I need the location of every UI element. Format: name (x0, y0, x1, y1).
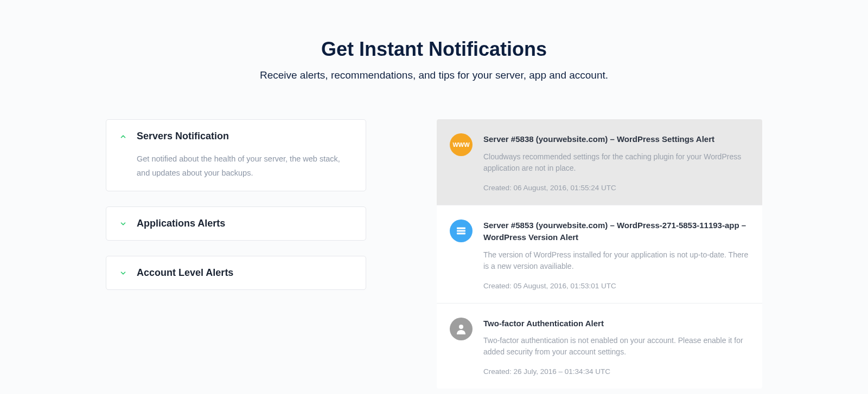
notification-title: Two-factor Authentication Alert (483, 318, 749, 330)
notification-description: Two-factor authentication is not enabled… (483, 335, 749, 358)
chevron-down-icon (119, 220, 127, 228)
person-icon (450, 318, 473, 340)
accordion-header-applications[interactable]: Applications Alerts (119, 218, 353, 229)
notification-title: Server #5853 (yourwebsite.com) – WordPre… (483, 219, 749, 244)
accordion-item-account: Account Level Alerts (106, 256, 366, 290)
content-area: Servers Notification Get notified about … (0, 119, 868, 389)
notification-content: Server #5838 (yourwebsite.com) – WordPre… (483, 133, 749, 192)
accordion-header-servers[interactable]: Servers Notification (119, 131, 353, 142)
svg-point-3 (459, 325, 463, 329)
notification-date: Created: 06 August, 2016, 01:55:24 UTC (483, 184, 749, 192)
accordion-column: Servers Notification Get notified about … (106, 119, 366, 389)
page-header: Get Instant Notifications Receive alerts… (0, 38, 868, 81)
chevron-up-icon (119, 133, 127, 140)
accordion-body: Get notified about the health of your se… (119, 152, 353, 180)
notification-description: The version of WordPress installed for y… (483, 249, 749, 272)
www-icon: WWW (450, 133, 473, 156)
page-title: Get Instant Notifications (0, 38, 868, 61)
accordion-item-applications: Applications Alerts (106, 206, 366, 241)
accordion-title: Account Level Alerts (137, 267, 233, 279)
chevron-down-icon (119, 269, 127, 277)
notification-content: Two-factor Authentication Alert Two-fact… (483, 318, 749, 376)
svg-rect-1 (457, 230, 465, 231)
notification-item[interactable]: Server #5853 (yourwebsite.com) – WordPre… (437, 205, 762, 303)
notification-item[interactable]: Two-factor Authentication Alert Two-fact… (437, 303, 762, 389)
accordion-title: Servers Notification (137, 131, 229, 142)
notifications-column: WWW Server #5838 (yourwebsite.com) – Wor… (437, 119, 762, 389)
notification-date: Created: 05 August, 2016, 01:53:01 UTC (483, 282, 749, 290)
accordion-title: Applications Alerts (137, 218, 225, 229)
notification-item[interactable]: WWW Server #5838 (yourwebsite.com) – Wor… (437, 119, 762, 205)
notification-description: Cloudways recommended settings for the c… (483, 151, 749, 174)
notification-date: Created: 26 July, 2016 – 01:34:34 UTC (483, 367, 749, 376)
server-icon (450, 219, 473, 242)
page-subtitle: Receive alerts, recommendations, and tip… (0, 69, 868, 81)
accordion-item-servers: Servers Notification Get notified about … (106, 119, 366, 191)
svg-rect-0 (457, 227, 465, 229)
notification-content: Server #5853 (yourwebsite.com) – WordPre… (483, 219, 749, 290)
svg-rect-2 (457, 232, 465, 234)
notification-title: Server #5838 (yourwebsite.com) – WordPre… (483, 133, 749, 146)
accordion-header-account[interactable]: Account Level Alerts (119, 267, 353, 279)
